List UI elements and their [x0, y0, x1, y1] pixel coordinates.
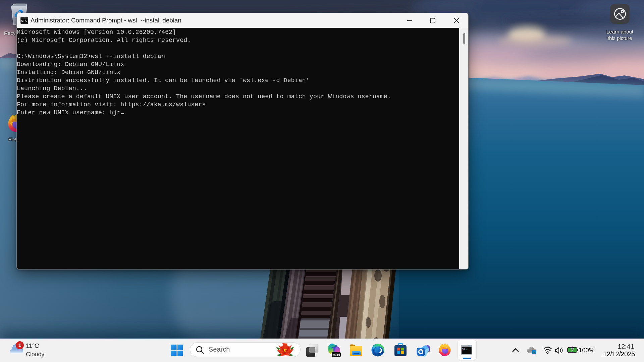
svg-text:i: i: [534, 351, 535, 354]
svg-text:C:\: C:\: [462, 347, 467, 350]
svg-text:C:\: C:\: [21, 19, 26, 23]
svg-text:1: 1: [18, 342, 21, 348]
